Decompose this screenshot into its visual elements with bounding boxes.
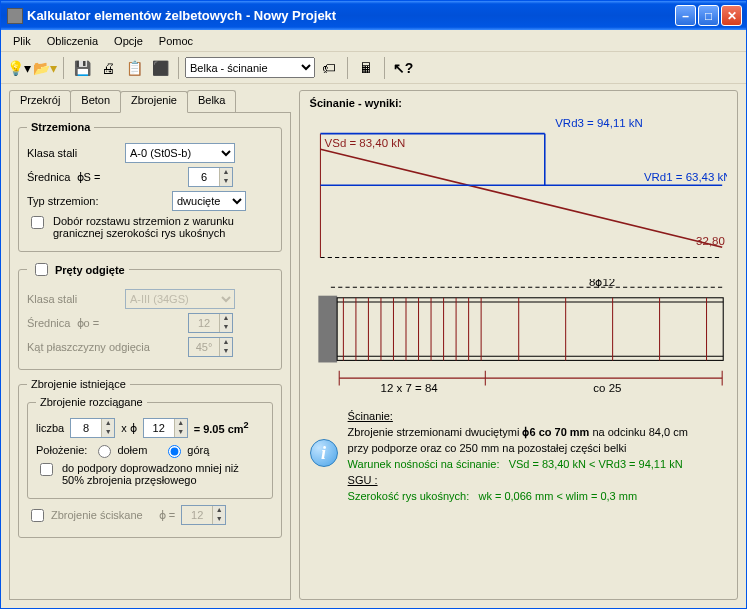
tab-zbrojenie[interactable]: Zbrojenie: [120, 91, 188, 113]
export-icon[interactable]: 📋: [122, 56, 146, 80]
existing-legend: Zbrojenie istniejące: [27, 378, 130, 390]
minimize-button[interactable]: –: [675, 5, 696, 26]
auto-checkbox[interactable]: [31, 216, 44, 229]
dia-spinner[interactable]: ▲▼: [188, 167, 233, 187]
tab-beton[interactable]: Beton: [70, 90, 121, 112]
bent-dia-spinner: ▲▼: [188, 313, 233, 333]
maximize-button[interactable]: □: [698, 5, 719, 26]
pos-bottom-radio[interactable]: [98, 445, 111, 458]
window-title: Kalkulator elementów żelbetowych - Nowy …: [27, 8, 675, 23]
tab-body: Strzemiona Klasa stali A-0 (St0S-b) Śred…: [9, 112, 291, 600]
calculator-icon[interactable]: 🖩: [354, 56, 378, 80]
existing-group: Zbrojenie istniejące Zbrojenie rozciągan…: [18, 378, 282, 538]
results-panel: Ścinanie - wyniki: VRd3 = 94,11 kN VSd =…: [299, 90, 738, 600]
titlebar: Kalkulator elementów żelbetowych - Nowy …: [1, 1, 746, 30]
half-label: do podpory doprowadzono mniej niż 50% zb…: [62, 462, 264, 486]
steel-select[interactable]: A-0 (St0S-b): [125, 143, 235, 163]
svg-text:co 25: co 25: [593, 382, 621, 394]
menu-file[interactable]: Plik: [5, 33, 39, 49]
shear-graph: VRd3 = 94,11 kN VSd = 83,40 kN VRd1 = 63…: [310, 113, 727, 273]
info-icon: i: [310, 439, 338, 467]
bent-dia-label: Średnica ϕo =: [27, 317, 119, 330]
auto-label: Dobór rozstawu strzemion z warunku grani…: [53, 215, 273, 239]
close-button[interactable]: ✕: [721, 5, 742, 26]
type-label: Typ strzemion:: [27, 195, 119, 207]
count-label: liczba: [36, 422, 64, 434]
menubar: Plik Obliczenia Opcje Pomoc: [1, 30, 746, 52]
info-block: i Ścinanie: Zbrojenie strzemionami dwuci…: [310, 409, 727, 505]
tensile-legend: Zbrojenie rozciągane: [36, 396, 147, 408]
bulb-icon[interactable]: 💡▾: [7, 56, 31, 80]
print-icon[interactable]: 🖨: [96, 56, 120, 80]
app-window: Kalkulator elementów żelbetowych - Nowy …: [0, 0, 747, 609]
svg-text:8ϕ12: 8ϕ12: [589, 279, 615, 288]
pos-label: Położenie:: [36, 444, 87, 456]
steel-label: Klasa stali: [27, 147, 119, 159]
left-panel: Przekrój Beton Zbrojenie Belka Strzemion…: [9, 90, 291, 600]
bent-ang-spinner: ▲▼: [188, 337, 233, 357]
bent-ang-label: Kąt płaszczyzny odgięcia: [27, 341, 167, 353]
bent-checkbox[interactable]: [35, 263, 48, 276]
svg-text:VRd3 = 94,11 kN: VRd3 = 94,11 kN: [555, 118, 643, 130]
toolbar: 💡▾ 📂▾ 💾 🖨 📋 ⬛ Belka - ścinanie 🏷 🖩 ↖?: [1, 52, 746, 84]
svg-text:12 x 7 = 84: 12 x 7 = 84: [380, 382, 438, 394]
info-text: Ścinanie: Zbrojenie strzemionami dwucięt…: [348, 409, 688, 505]
stirrups-legend: Strzemiona: [27, 121, 94, 133]
comp-sym: ϕ =: [159, 509, 175, 522]
open-icon[interactable]: 📂▾: [33, 56, 57, 80]
comp-dia-spinner: ▲▼: [181, 505, 226, 525]
tab-przekroj[interactable]: Przekrój: [9, 90, 71, 112]
save-icon[interactable]: 💾: [70, 56, 94, 80]
bent-group: Pręty odgięte Klasa stali A-III (34GS) Ś…: [18, 260, 282, 370]
mode-select[interactable]: Belka - ścinanie: [185, 57, 315, 78]
beam-diagram: 8ϕ12 12 x 7 = 84: [310, 279, 727, 399]
tab-belka[interactable]: Belka: [187, 90, 237, 112]
svg-rect-14: [337, 298, 723, 361]
svg-text:VSd = 83,40 kN: VSd = 83,40 kN: [324, 137, 405, 149]
menu-help[interactable]: Pomoc: [151, 33, 201, 49]
tensile-group: Zbrojenie rozciągane liczba ▲▼ x ϕ ▲▼ = …: [27, 396, 273, 499]
tag-icon[interactable]: 🏷: [317, 56, 341, 80]
svg-rect-13: [318, 296, 337, 363]
bent-legend: Pręty odgięte: [55, 264, 125, 276]
menu-options[interactable]: Opcje: [106, 33, 151, 49]
x-label: x ϕ: [121, 422, 137, 435]
whatsthis-icon[interactable]: ↖?: [391, 56, 415, 80]
svg-text:VRd1 = 63,43 kN: VRd1 = 63,43 kN: [644, 171, 727, 183]
pos-top-radio[interactable]: [168, 445, 181, 458]
app-icon: [7, 8, 23, 24]
dia-label: Średnica ϕS =: [27, 171, 119, 184]
tabstrip: Przekrój Beton Zbrojenie Belka: [9, 90, 291, 112]
stirrups-group: Strzemiona Klasa stali A-0 (St0S-b) Śred…: [18, 121, 282, 252]
area-result: = 9.05 cm2: [194, 421, 249, 436]
svg-line-1: [320, 149, 722, 247]
comp-label: Zbrojenie ściskane: [51, 509, 143, 521]
half-checkbox[interactable]: [40, 463, 53, 476]
svg-text:32,80: 32,80: [696, 235, 725, 247]
section-icon[interactable]: ⬛: [148, 56, 172, 80]
comp-checkbox[interactable]: [31, 509, 44, 522]
bent-steel-select: A-III (34GS): [125, 289, 235, 309]
results-title: Ścinanie - wyniki:: [310, 97, 727, 109]
bent-steel-label: Klasa stali: [27, 293, 119, 305]
count-spinner[interactable]: ▲▼: [70, 418, 115, 438]
menu-calc[interactable]: Obliczenia: [39, 33, 106, 49]
type-select[interactable]: dwucięte: [172, 191, 246, 211]
tensile-dia-spinner[interactable]: ▲▼: [143, 418, 188, 438]
